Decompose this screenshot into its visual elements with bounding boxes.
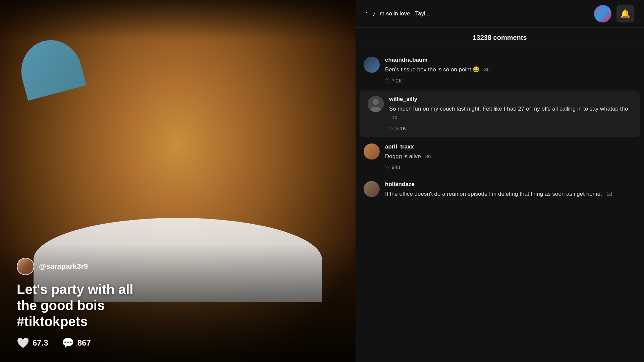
comment-body: april_traxx Doggg is alive 8h ♡ 948 bbox=[385, 143, 636, 171]
comment-likes[interactable]: ♡ 7.2K bbox=[385, 77, 636, 84]
comments-count-bar: 13238 comments bbox=[356, 28, 644, 48]
comment-item-highlighted: willie_silly So much fun on my couch las… bbox=[360, 90, 640, 137]
commenter-username[interactable]: hollandaze bbox=[385, 181, 636, 188]
comment-text: If the office doesn't do a reunion episo… bbox=[385, 190, 636, 198]
comment-text: Doggg is alive 8h bbox=[385, 152, 636, 161]
comment-body: hollandaze If the office doesn't do a re… bbox=[385, 181, 636, 202]
commenter-avatar bbox=[368, 96, 384, 112]
comment-time: 1d bbox=[604, 191, 612, 197]
comment-body: willie_silly So much fun on my couch las… bbox=[389, 96, 632, 131]
comment-item: april_traxx Doggg is alive 8h ♡ 948 bbox=[356, 138, 644, 176]
creator-username[interactable]: @sarapark3r9 bbox=[39, 262, 88, 271]
video-overlay: @sarapark3r9 Let's party with all the go… bbox=[0, 248, 356, 362]
music-note-icon: ♪ bbox=[372, 9, 376, 18]
bell-icon: 🔔 bbox=[620, 9, 630, 18]
comment-icon: 💬 bbox=[62, 337, 74, 349]
like-heart-icon: ♡ bbox=[385, 164, 390, 170]
like-heart-icon: ♡ bbox=[389, 125, 394, 131]
like-count-value: 948 bbox=[392, 164, 400, 170]
comments-panel: ♩ ♪ m so in love - Tayl... 🔔 13238 comme… bbox=[356, 0, 644, 362]
header-buttons: 🔔 bbox=[594, 5, 634, 22]
video-caption: Let's party with all the good bois #tikt… bbox=[17, 281, 339, 329]
heart-icon: 🤍 bbox=[17, 337, 29, 349]
like-count-value: 7.2K bbox=[392, 78, 402, 83]
comment-likes[interactable]: ♡ 948 bbox=[385, 164, 636, 170]
notification-bell-button[interactable]: 🔔 bbox=[616, 5, 634, 22]
comment-time: 8h bbox=[423, 154, 431, 159]
commenter-avatar bbox=[364, 181, 380, 197]
commenter-avatar bbox=[364, 143, 380, 160]
commenter-username[interactable]: willie_silly bbox=[389, 96, 632, 103]
user-avatar-button[interactable] bbox=[594, 5, 611, 22]
comment-text: So much fun on my couch last night. Felt… bbox=[389, 105, 632, 122]
comment-body: chaundra.baum Ben's tissue box tho is so… bbox=[385, 57, 636, 84]
commenter-username[interactable]: chaundra.baum bbox=[385, 57, 636, 63]
comment-count: 867 bbox=[77, 338, 91, 348]
comment-action[interactable]: 💬 867 bbox=[62, 337, 91, 349]
comments-count: 13238 comments bbox=[473, 34, 527, 41]
creator-avatar[interactable] bbox=[17, 258, 34, 275]
video-panel: @sarapark3r9 Let's party with all the go… bbox=[0, 0, 356, 362]
music-ticker: ♩ ♪ m so in love - Tayl... bbox=[366, 9, 594, 18]
comment-time: 3h bbox=[481, 67, 490, 72]
music-text: m so in love - Tayl... bbox=[380, 10, 430, 17]
music-note-small-icon: ♩ bbox=[366, 9, 368, 14]
user-info: @sarapark3r9 bbox=[17, 258, 339, 275]
commenter-avatar bbox=[364, 57, 380, 73]
comment-time: 1d bbox=[389, 114, 397, 120]
video-actions: 🤍 67.3 💬 867 bbox=[17, 337, 339, 349]
comment-text: Ben's tissue box tho is so on point 😂 3h bbox=[385, 65, 636, 74]
like-count-value: 2.1K bbox=[396, 125, 406, 131]
comment-likes[interactable]: ♡ 2.1K bbox=[389, 125, 632, 131]
comments-list[interactable]: chaundra.baum Ben's tissue box tho is so… bbox=[356, 48, 644, 362]
like-heart-icon: ♡ bbox=[385, 77, 390, 84]
like-count: 67.3 bbox=[33, 338, 48, 348]
comment-item: hollandaze If the office doesn't do a re… bbox=[356, 176, 644, 207]
comments-header-bar: ♩ ♪ m so in love - Tayl... 🔔 bbox=[356, 0, 644, 28]
commenter-username[interactable]: april_traxx bbox=[385, 143, 636, 150]
like-action[interactable]: 🤍 67.3 bbox=[17, 337, 48, 349]
comment-item: chaundra.baum Ben's tissue box tho is so… bbox=[356, 51, 644, 89]
svg-point-1 bbox=[373, 99, 379, 105]
